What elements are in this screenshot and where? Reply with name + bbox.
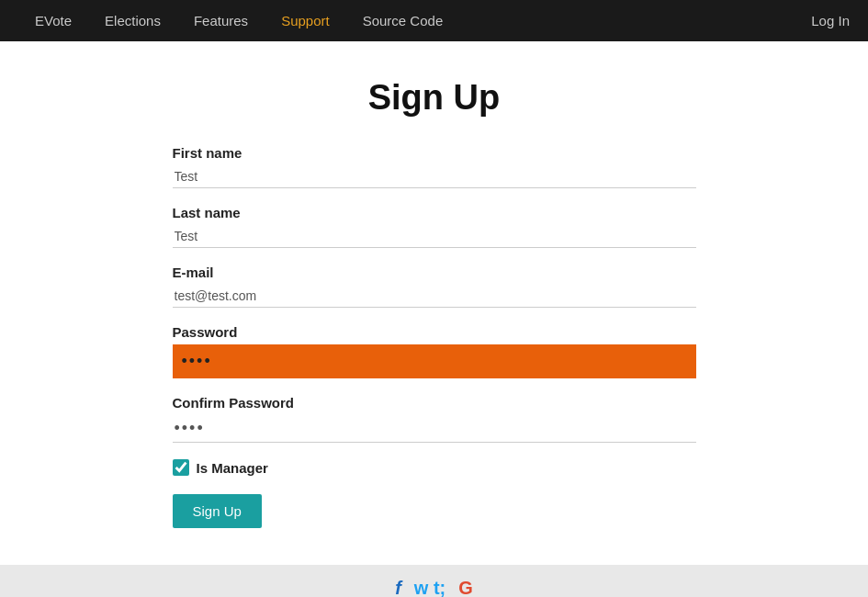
confirm-password-group: Confirm Password [173,395,696,443]
first-name-group: First name [173,145,696,188]
signup-form: First name Last name E-mail Password Con… [173,145,696,528]
nav-item-features[interactable]: Features [177,0,265,41]
confirm-password-label: Confirm Password [173,395,696,411]
email-input[interactable] [173,285,696,308]
last-name-label: Last name [173,205,696,220]
last-name-input[interactable] [173,225,696,248]
email-group: E-mail [173,265,696,308]
navbar: EVote Elections Features Support Source … [0,0,868,41]
password-group: Password [173,324,696,378]
nav-item-source-code[interactable]: Source Code [346,0,460,41]
first-name-label: First name [173,145,696,161]
signup-button[interactable]: Sign Up [173,494,262,528]
nav-item-evote[interactable]: EVote [18,0,88,41]
facebook-link[interactable]: f [395,578,401,598]
confirm-password-input[interactable] [173,415,696,443]
password-label: Password [173,324,696,340]
is-manager-label: Is Manager [197,460,268,476]
footer: f w t; G [0,565,868,597]
page-title: Sign Up [368,78,501,118]
is-manager-group: Is Manager [173,459,696,476]
last-name-group: Last name [173,205,696,248]
main-content: Sign Up First name Last name E-mail Pass… [0,41,868,565]
password-input[interactable] [173,344,696,378]
twitter-link[interactable]: w t; [414,578,445,598]
nav-links: EVote Elections Features Support Source … [18,0,811,41]
nav-item-support[interactable]: Support [265,0,346,41]
is-manager-checkbox[interactable] [173,459,189,476]
login-link[interactable]: Log In [811,13,850,28]
nav-item-elections[interactable]: Elections [88,0,177,41]
first-name-input[interactable] [173,165,696,188]
email-label: E-mail [173,265,696,280]
google-link[interactable]: G [458,578,473,598]
